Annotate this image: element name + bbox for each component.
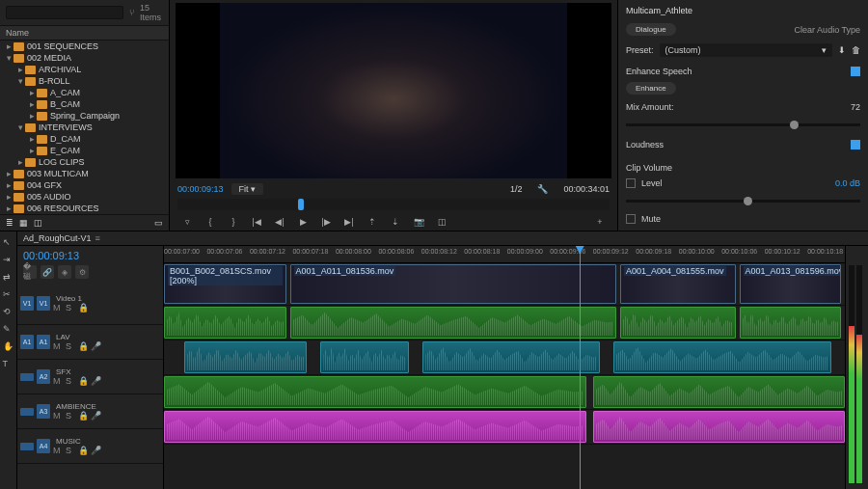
loudness-header[interactable]: Loudness bbox=[626, 140, 664, 149]
play-icon[interactable]: ▶ bbox=[296, 215, 310, 229]
track-select-tool-icon[interactable]: ⇥ bbox=[3, 255, 14, 266]
extract-icon[interactable]: ⇣ bbox=[389, 215, 402, 229]
target-patch[interactable]: A3 bbox=[37, 404, 50, 419]
mute-icon[interactable]: M bbox=[53, 411, 63, 421]
enhance-button[interactable]: Enhance bbox=[626, 82, 676, 95]
mute-icon[interactable]: M bbox=[53, 341, 63, 351]
time-ruler[interactable]: 00:00:07:0000:00:07:0600:00:07:1200:00:0… bbox=[164, 246, 845, 263]
clip[interactable] bbox=[290, 307, 617, 339]
clip[interactable]: A001_A011_081536.mov bbox=[290, 264, 617, 304]
settings-toggle[interactable]: ⚙ bbox=[75, 265, 89, 279]
mix-amount-slider[interactable] bbox=[626, 123, 860, 126]
voiceover-icon[interactable]: 🎤 bbox=[91, 376, 100, 386]
track-lane[interactable] bbox=[164, 306, 845, 340]
bin-row[interactable]: ▸ARCHIVAL bbox=[0, 64, 169, 75]
playhead[interactable] bbox=[580, 246, 581, 489]
expand-icon[interactable]: ▸ bbox=[27, 134, 37, 144]
funnel-icon[interactable]: ⑂ bbox=[129, 8, 134, 17]
voiceover-icon[interactable]: 🎤 bbox=[91, 341, 100, 351]
expand-icon[interactable]: ▸ bbox=[27, 99, 37, 109]
marker-toggle[interactable]: ◈ bbox=[58, 265, 71, 279]
solo-icon[interactable]: S bbox=[66, 446, 75, 455]
loudness-checkbox[interactable] bbox=[851, 140, 860, 149]
clip[interactable] bbox=[164, 376, 586, 408]
expand-icon[interactable]: ▾ bbox=[15, 122, 25, 132]
lock-icon[interactable]: 🔒 bbox=[78, 376, 88, 386]
clip[interactable] bbox=[620, 307, 736, 339]
clip[interactable] bbox=[320, 341, 409, 373]
clear-audio-type-button[interactable]: Clear Audio Type bbox=[795, 25, 860, 35]
track-header[interactable]: A4MUSICMS🔒🎤 bbox=[17, 429, 163, 464]
add-button-icon[interactable]: + bbox=[593, 215, 607, 229]
solo-icon[interactable]: S bbox=[66, 303, 75, 312]
clip[interactable] bbox=[593, 411, 845, 443]
solo-icon[interactable]: S bbox=[66, 411, 75, 421]
mark-out-icon[interactable]: } bbox=[227, 215, 240, 229]
pen-tool-icon[interactable]: ✎ bbox=[3, 324, 14, 336]
solo-icon[interactable]: S bbox=[66, 376, 75, 386]
voiceover-icon[interactable]: 🎤 bbox=[91, 446, 100, 455]
clip[interactable] bbox=[613, 341, 831, 373]
tab-menu-icon[interactable]: ≡ bbox=[95, 233, 100, 243]
zoom-fit-dropdown[interactable]: Fit ▾ bbox=[231, 183, 264, 195]
clip[interactable] bbox=[422, 341, 600, 373]
bin-row[interactable]: ▾B-ROLL bbox=[0, 75, 169, 87]
expand-icon[interactable]: ▸ bbox=[4, 169, 14, 178]
go-to-in-icon[interactable]: |◀ bbox=[250, 215, 263, 229]
program-scrubber[interactable] bbox=[177, 199, 610, 210]
timeline-playhead-tc[interactable]: 00:00:09:13 bbox=[23, 250, 157, 261]
razor-tool-icon[interactable]: ✂ bbox=[3, 289, 14, 301]
target-patch[interactable]: A1 bbox=[37, 335, 50, 349]
sequence-tab[interactable]: Ad_RoughCut-V1 bbox=[23, 233, 92, 243]
track-lane[interactable] bbox=[164, 340, 845, 375]
bin-row[interactable]: ▸004 GFX bbox=[0, 179, 169, 191]
source-patch[interactable] bbox=[20, 373, 34, 381]
clip[interactable]: A001_A013_081596.mov bbox=[740, 264, 842, 304]
lift-icon[interactable]: ⇡ bbox=[366, 215, 379, 229]
bin-row[interactable]: ▸LOG CLIPS bbox=[0, 156, 169, 168]
step-fwd-icon[interactable]: |▶ bbox=[319, 215, 333, 229]
source-patch[interactable]: A1 bbox=[20, 335, 34, 349]
bin-row[interactable]: ▾INTERVIEWS bbox=[0, 122, 169, 133]
timeline-tracks[interactable]: 00:00:07:0000:00:07:0600:00:07:1200:00:0… bbox=[164, 246, 845, 489]
target-patch[interactable]: A2 bbox=[37, 369, 50, 384]
name-column-header[interactable]: Name bbox=[0, 26, 169, 41]
expand-icon[interactable]: ▸ bbox=[15, 65, 25, 74]
bin-row[interactable]: ▸005 AUDIO bbox=[0, 191, 169, 203]
clip[interactable] bbox=[184, 341, 307, 373]
add-marker-icon[interactable]: ▿ bbox=[180, 215, 194, 229]
type-tool-icon[interactable]: T bbox=[3, 359, 14, 370]
program-tc-in[interactable]: 00:00:09:13 bbox=[177, 184, 224, 194]
mute-icon[interactable]: M bbox=[53, 446, 63, 455]
settings-icon[interactable]: 🔧 bbox=[537, 184, 548, 194]
clip[interactable] bbox=[593, 376, 845, 408]
delete-preset-icon[interactable]: 🗑 bbox=[852, 45, 860, 55]
bin-row[interactable]: ▸E_CAM bbox=[0, 145, 169, 156]
ripple-tool-icon[interactable]: ⇄ bbox=[3, 272, 14, 284]
mute-icon[interactable]: M bbox=[53, 376, 63, 386]
bin-row[interactable]: ▸001 SEQUENCES bbox=[0, 41, 169, 52]
voiceover-icon[interactable]: 🎤 bbox=[91, 411, 100, 421]
track-header[interactable]: A2SFXMS🔒🎤 bbox=[17, 360, 163, 394]
snap-toggle[interactable]: �磁 bbox=[23, 265, 37, 279]
mark-in-icon[interactable]: { bbox=[203, 215, 217, 229]
level-slider[interactable] bbox=[626, 200, 860, 203]
comparison-icon[interactable]: ◫ bbox=[435, 215, 448, 229]
icon-view-icon[interactable]: ▦ bbox=[19, 218, 28, 228]
clip[interactable] bbox=[740, 307, 842, 339]
linked-selection-toggle[interactable]: 🔗 bbox=[41, 265, 54, 279]
expand-icon[interactable]: ▸ bbox=[27, 146, 37, 155]
bin-row[interactable]: ▸B_CAM bbox=[0, 98, 169, 110]
source-patch[interactable]: V1 bbox=[20, 296, 34, 311]
lock-icon[interactable]: 🔒 bbox=[78, 446, 88, 455]
project-search-input[interactable] bbox=[6, 6, 123, 19]
download-preset-icon[interactable]: ⬇ bbox=[838, 45, 846, 55]
target-patch[interactable]: V1 bbox=[37, 296, 50, 311]
new-bin-icon[interactable]: ▭ bbox=[154, 218, 163, 228]
target-patch[interactable]: A4 bbox=[37, 439, 50, 453]
bin-row[interactable]: ▸003 MULTICAM bbox=[0, 168, 169, 179]
mute-checkbox[interactable] bbox=[626, 214, 636, 224]
export-frame-icon[interactable]: 📷 bbox=[412, 215, 425, 229]
lock-icon[interactable]: 🔒 bbox=[78, 341, 88, 351]
bin-row[interactable]: ▸A_CAM bbox=[0, 87, 169, 98]
